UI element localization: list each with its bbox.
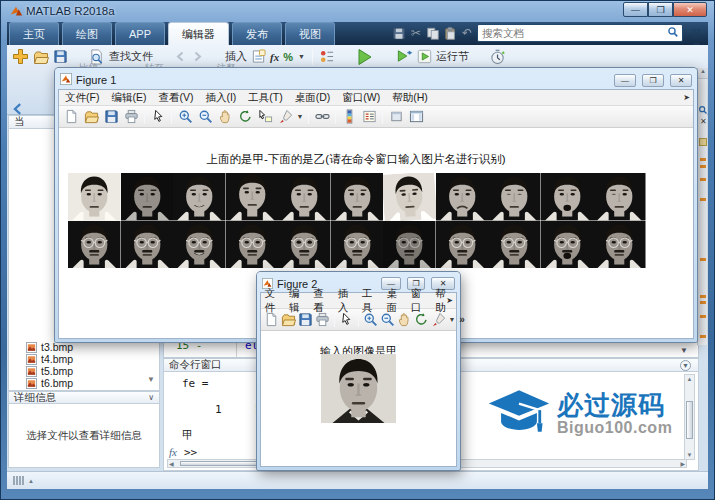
file-item[interactable]: t5.bmp [26, 365, 73, 377]
scroll-up-icon[interactable]: ▲ [685, 376, 694, 382]
new-tool[interactable] [62, 108, 80, 126]
pointer-tool[interactable] [149, 108, 167, 126]
tab-主页[interactable]: 主页 [9, 22, 59, 45]
menu-item[interactable]: 桌面(D) [289, 91, 337, 105]
menu-item[interactable]: 编辑 [285, 287, 309, 315]
fx-icon[interactable]: fx [270, 51, 279, 63]
dropdown-tool[interactable]: ▼ [296, 108, 304, 126]
scroll-right-icon[interactable]: ▶ [680, 460, 685, 467]
figure2-window[interactable]: Figure 2 — ❒ ✕ 文件编辑查看插入工具桌面窗口帮助➤ ▼» 输入的图… [257, 272, 460, 470]
menu-item[interactable]: 工具 [359, 287, 383, 315]
colorbar-icon[interactable] [342, 109, 357, 124]
dropdown-icon[interactable]: ▼ [297, 113, 304, 120]
file-item[interactable]: t4.bmp [26, 353, 73, 365]
collapse-panel-icon[interactable]: ▼ [680, 360, 691, 371]
maximize-button[interactable]: ❒ [648, 2, 673, 17]
warning-tick[interactable] [700, 158, 706, 161]
cut-icon[interactable]: ✂ [409, 26, 423, 40]
scroll-left-icon[interactable]: ◀ [169, 460, 174, 467]
save-icon[interactable] [392, 26, 406, 40]
forward-icon[interactable] [191, 50, 204, 63]
minimize-button[interactable]: — [623, 2, 648, 17]
warning-tick[interactable] [700, 198, 706, 201]
print-icon[interactable] [124, 109, 139, 124]
chevron-down-icon[interactable]: ∨ [148, 393, 154, 402]
tab-APP[interactable]: APP [115, 22, 165, 45]
zoom-out-tool[interactable] [196, 108, 214, 126]
plottools-hide-icon[interactable] [389, 109, 404, 124]
editor-dropdown-icon[interactable]: ▼ [680, 346, 688, 355]
plottools-hide-tool[interactable] [387, 108, 405, 126]
link-icon[interactable] [315, 109, 330, 124]
zoom-in-tool[interactable] [176, 108, 194, 126]
save-icon[interactable] [104, 109, 119, 124]
timer-icon[interactable] [490, 49, 506, 65]
tab-绘图[interactable]: 绘图 [62, 22, 112, 45]
comment-icon[interactable]: % [283, 51, 293, 63]
menu-item[interactable]: 桌面 [383, 287, 407, 315]
menu-overflow-icon[interactable]: ➤ [446, 296, 453, 305]
scroll-up-icon[interactable]: ▲ [698, 68, 708, 79]
rotate-tool[interactable] [236, 108, 254, 126]
menu-item[interactable]: 插入 [334, 287, 358, 315]
new-plus-icon[interactable] [12, 48, 29, 65]
warning-summary-icon[interactable] [699, 138, 707, 146]
details-panel-header[interactable]: 详细信息 ∨ [8, 391, 160, 404]
legend-icon[interactable] [362, 109, 377, 124]
statusbar-grip[interactable]: ▲ [13, 476, 34, 485]
rotate-icon[interactable] [238, 109, 253, 124]
paste-icon[interactable] [443, 26, 457, 40]
figure1-titlebar[interactable]: Figure 1 — ❒ ✕ [58, 71, 694, 89]
overflow-icon[interactable]: » [459, 314, 465, 325]
link-tool[interactable] [313, 108, 331, 126]
plottools-show-icon[interactable] [409, 109, 424, 124]
close-button[interactable]: ✕ [670, 74, 692, 87]
maximize-button[interactable]: ❒ [642, 74, 664, 87]
warning-tick[interactable] [700, 178, 706, 181]
tab-发布[interactable]: 发布 [232, 22, 282, 45]
run-section-label[interactable]: 运行节 [436, 49, 469, 64]
menu-item[interactable]: 编辑(E) [105, 91, 152, 105]
plottools-show-tool[interactable] [407, 108, 425, 126]
back-icon[interactable] [174, 50, 187, 63]
open-icon[interactable] [84, 109, 99, 124]
file-item[interactable]: t6.bmp [26, 377, 73, 389]
breakpoints-icon[interactable] [319, 49, 334, 64]
copy-icon[interactable] [426, 26, 440, 40]
pan-icon[interactable] [218, 109, 233, 124]
warning-tick[interactable] [700, 258, 706, 261]
save-file-icon[interactable] [53, 49, 68, 64]
warning-tick[interactable] [700, 295, 706, 298]
run-section-icon[interactable] [417, 49, 432, 64]
menu-overflow-icon[interactable]: ➤ [683, 93, 690, 102]
close-icon[interactable]: ✕ [700, 117, 707, 126]
brush-icon[interactable] [278, 109, 293, 124]
legend-tool[interactable] [360, 108, 378, 126]
close-button[interactable]: ✕ [673, 2, 707, 17]
command-vscrollbar[interactable]: ▲ ▼ [684, 374, 695, 460]
menu-item[interactable]: 窗口(W) [336, 91, 386, 105]
scroll-down-icon[interactable]: ▼ [685, 452, 694, 458]
open-folder-icon[interactable] [33, 49, 49, 65]
save-tool[interactable] [102, 108, 120, 126]
insert-section-icon[interactable] [251, 49, 266, 64]
menu-item[interactable]: 工具(T) [242, 91, 288, 105]
warning-tick[interactable] [700, 165, 706, 168]
dropdown-icon[interactable]: ▼ [298, 53, 305, 60]
search-icon[interactable] [667, 24, 679, 42]
warning-tick[interactable] [700, 335, 706, 338]
menu-item[interactable]: 文件(F) [59, 91, 105, 105]
menu-item[interactable]: 查看 [310, 287, 334, 315]
zoom-out-icon[interactable] [198, 109, 213, 124]
scroll-thumb[interactable] [686, 401, 693, 439]
datacursor-tool[interactable] [256, 108, 274, 126]
undo-icon[interactable]: ↶ [460, 26, 474, 40]
dropdown-icon[interactable]: ▼ [449, 316, 456, 323]
menu-item[interactable]: 窗口 [407, 287, 431, 315]
menu-item[interactable]: 插入(I) [199, 91, 242, 105]
warning-tick[interactable] [700, 315, 706, 318]
run-icon[interactable] [355, 47, 375, 67]
menu-item[interactable]: 查看(V) [152, 91, 199, 105]
pan-tool[interactable] [216, 108, 234, 126]
brush-tool[interactable] [276, 108, 294, 126]
